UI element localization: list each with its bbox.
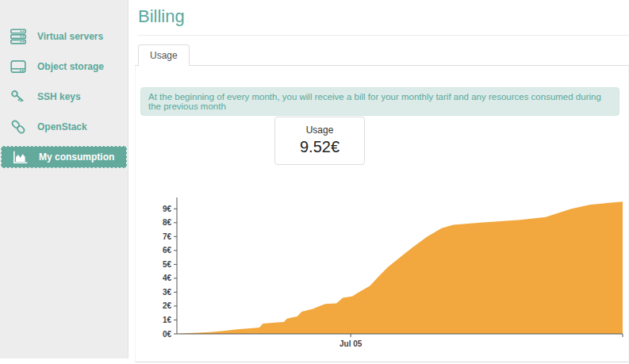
links-icon xyxy=(10,118,27,136)
key-icon xyxy=(10,88,27,105)
svg-text:Jul 05: Jul 05 xyxy=(339,339,362,348)
svg-text:1€: 1€ xyxy=(163,316,172,324)
sidebar-item-ssh-keys[interactable]: SSH keys xyxy=(0,82,128,112)
svg-text:2€: 2€ xyxy=(163,301,172,310)
sidebar-item-label: My consumption xyxy=(39,151,114,163)
title-divider xyxy=(138,35,629,36)
usage-chart: 0€1€2€3€4€5€6€7€8€9€Jul 05 xyxy=(156,194,629,353)
svg-text:9€: 9€ xyxy=(163,205,172,213)
svg-text:4€: 4€ xyxy=(163,274,172,282)
servers-icon xyxy=(10,28,27,45)
tab-content-panel: At the beginning of every month, you wil… xyxy=(135,66,629,362)
sidebar-item-my-consumption[interactable]: My consumption xyxy=(1,146,127,168)
usage-total-card: Usage 9.52€ xyxy=(274,117,365,165)
storage-icon xyxy=(10,58,27,75)
svg-text:7€: 7€ xyxy=(163,232,172,241)
main-content: Billing Usage At the beginning of every … xyxy=(128,0,629,364)
sidebar-item-label: Virtual servers xyxy=(37,31,103,42)
page-title: Billing xyxy=(138,6,185,27)
tab-usage[interactable]: Usage xyxy=(138,44,190,66)
svg-text:8€: 8€ xyxy=(163,218,172,227)
usage-card-value: 9.52€ xyxy=(275,138,364,156)
sidebar-item-openstack[interactable]: OpenStack xyxy=(0,112,128,142)
area-chart-icon xyxy=(11,148,29,166)
sidebar-item-object-storage[interactable]: Object storage xyxy=(0,52,128,82)
tab-bar: Usage xyxy=(135,44,629,66)
billing-info-alert: At the beginning of every month, you wil… xyxy=(140,87,619,116)
sidebar-item-label: SSH keys xyxy=(37,91,81,102)
svg-text:3€: 3€ xyxy=(163,288,172,297)
sidebar-item-virtual-servers[interactable]: Virtual servers xyxy=(0,21,128,52)
sidebar-item-label: Object storage xyxy=(37,61,104,72)
svg-text:0€: 0€ xyxy=(163,330,172,339)
svg-text:6€: 6€ xyxy=(163,246,172,255)
sidebar: Virtual servers Object storage S xyxy=(0,0,128,358)
usage-area-chart: 0€1€2€3€4€5€6€7€8€9€Jul 05 xyxy=(156,194,629,353)
svg-text:5€: 5€ xyxy=(163,260,172,269)
usage-card-label: Usage xyxy=(275,125,364,136)
sidebar-item-label: OpenStack xyxy=(37,121,87,132)
